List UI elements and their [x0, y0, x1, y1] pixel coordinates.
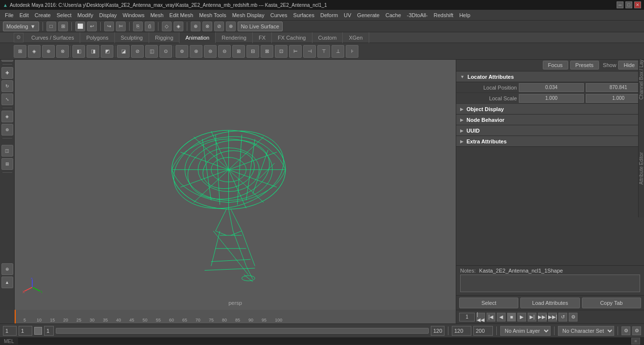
shelf-icon-6[interactable]: ◩: [101, 45, 113, 58]
menu-item-curves[interactable]: Curves: [267, 11, 290, 19]
total-end2[interactable]: [473, 326, 493, 336]
toolbar-btn-5[interactable]: ✄: [116, 22, 126, 31]
menu-item-edit-mesh[interactable]: Edit Mesh: [166, 11, 196, 19]
load-attributes-button[interactable]: Load Attributes: [520, 298, 579, 308]
menu-item---dtoall-[interactable]: -3DtoAll-: [404, 11, 431, 19]
magnet-tool-button[interactable]: ⊕: [1, 124, 13, 136]
next-frame-btn[interactable]: ▶|: [528, 313, 536, 322]
menu-item-uv[interactable]: UV: [341, 11, 354, 19]
menu-item-edit[interactable]: Edit: [17, 11, 32, 19]
menu-item-surfaces[interactable]: Surfaces: [290, 11, 317, 19]
shelf-icon-14[interactable]: ⊝: [218, 45, 231, 58]
char-set-dropdown[interactable]: No Character Set: [558, 326, 614, 336]
grid-tool-button[interactable]: ⊞: [1, 158, 13, 170]
shelf-icon-12[interactable]: ⊛: [190, 45, 202, 58]
shelf-icon-16[interactable]: ⊟: [246, 45, 259, 58]
shelf-icon-8[interactable]: ⊘: [131, 45, 144, 58]
extra-attrs-section[interactable]: ▶ Extra Attributes: [456, 136, 644, 147]
locator-attrs-section[interactable]: ▼ Locator Attributes: [456, 71, 644, 82]
shelf-icon-22[interactable]: ⊥: [332, 45, 344, 58]
shelf-icon-4[interactable]: ◧: [72, 45, 85, 58]
menu-item-file[interactable]: File: [2, 11, 17, 19]
menu-item-mesh[interactable]: Mesh: [147, 11, 166, 19]
object-display-section[interactable]: ▶ Object Display: [456, 104, 644, 115]
local-pos-x[interactable]: [519, 83, 584, 92]
copy-tab-button[interactable]: Copy Tab: [582, 298, 641, 308]
ae-side-label[interactable]: Attribute Editor: [638, 119, 644, 217]
rotate-tool-button[interactable]: ↻: [1, 80, 13, 92]
toolbar-btn-7[interactable]: ⎙: [145, 22, 155, 31]
focus-button[interactable]: Focus: [543, 61, 568, 69]
tool9[interactable]: ⊕: [1, 263, 13, 275]
shelf-tab-custom[interactable]: Custom: [312, 32, 343, 43]
range-end[interactable]: [431, 326, 444, 336]
shelf-icon-18[interactable]: ⊡: [275, 45, 288, 58]
shelf-icon-3[interactable]: ⊗: [56, 45, 69, 58]
anim-settings-btn[interactable]: ⚙: [622, 326, 630, 335]
minimize-button[interactable]: ─: [617, 1, 623, 8]
viewport-canvas[interactable]: Y X Z persp: [15, 43, 456, 310]
mel-script-btn[interactable]: ≡: [631, 338, 640, 345]
timeline-ruler[interactable]: 5 10 15 20 25 30 35 40 45 50 55 60 65 70…: [15, 310, 456, 323]
shelf-icon-17[interactable]: ⊠: [261, 45, 273, 58]
close-button[interactable]: ✕: [634, 1, 641, 8]
anim-layer-dropdown[interactable]: No Anim Layer: [500, 326, 551, 336]
menu-item-windows[interactable]: Windows: [120, 11, 148, 19]
current-frame-field[interactable]: [459, 313, 475, 322]
shelf-tab-animation[interactable]: Animation: [179, 32, 216, 43]
shelf-settings-btn[interactable]: ⚙: [14, 33, 23, 43]
menu-item-deform[interactable]: Deform: [317, 11, 341, 19]
toolbar-btn-6[interactable]: ⎘: [133, 22, 143, 31]
presets-button[interactable]: Presets: [570, 61, 599, 69]
snap-tool-button[interactable]: ◈: [1, 111, 13, 122]
char-settings-btn[interactable]: ⚙: [632, 326, 641, 335]
shelf-icon-5[interactable]: ◨: [87, 45, 99, 58]
workspace-dropdown[interactable]: Modeling▼: [3, 22, 39, 31]
camera-tool-button[interactable]: ◫: [1, 145, 13, 157]
shelf-tab-rendering[interactable]: Rendering: [216, 32, 253, 43]
shelf-icon-2[interactable]: ⊕: [42, 45, 55, 58]
node-behavior-section[interactable]: ▶ Node Behavior: [456, 115, 644, 125]
select-button[interactable]: Select: [459, 298, 518, 308]
shelf-icon-15[interactable]: ⊞: [232, 45, 245, 58]
total-end1[interactable]: [452, 326, 471, 336]
shelf-tab-xgen[interactable]: XGen: [343, 32, 369, 43]
uuid-section[interactable]: ▶ UUID: [456, 125, 644, 136]
toolbar-btn-12[interactable]: ⊘: [214, 22, 224, 31]
notes-textarea[interactable]: [460, 275, 640, 292]
shelf-icon-7[interactable]: ◪: [117, 45, 130, 58]
shelf-icon-13[interactable]: ⊜: [204, 45, 217, 58]
frame-slider-handle[interactable]: [34, 327, 42, 335]
shelf-tab-sculpting[interactable]: Sculpting: [115, 32, 149, 43]
prev-frame-btn[interactable]: ◀: [497, 313, 506, 322]
scale-tool-button[interactable]: ⤡: [1, 93, 13, 105]
frame-range-slider[interactable]: [56, 328, 429, 334]
loop-btn[interactable]: ↺: [558, 313, 567, 322]
play-start-btn[interactable]: |◀◀: [476, 313, 485, 322]
shelf-icon-0[interactable]: ⊞: [14, 45, 26, 58]
toolbar-btn-2[interactable]: ⬜: [75, 22, 85, 31]
shelf-icon-9[interactable]: ◫: [145, 45, 158, 58]
menu-item-mesh-tools[interactable]: Mesh Tools: [196, 11, 229, 19]
menu-item-display[interactable]: Display: [96, 11, 120, 19]
move-tool-button[interactable]: ✚: [1, 67, 13, 79]
menu-item-cache[interactable]: Cache: [382, 11, 404, 19]
toolbar-btn-10[interactable]: ⊕: [191, 22, 200, 31]
toolbar-btn-13[interactable]: ⊕: [226, 22, 236, 31]
shelf-icon-10[interactable]: ⊙: [159, 45, 172, 58]
prev-key-btn[interactable]: |◀: [487, 313, 495, 322]
shelf-icon-1[interactable]: ◈: [28, 45, 41, 58]
shelf-tab-curves---surfaces[interactable]: Curves / Surfaces: [25, 32, 80, 43]
mel-input[interactable]: [18, 338, 631, 345]
play-btn[interactable]: ▶: [517, 313, 526, 322]
hide-button[interactable]: Hide: [618, 61, 640, 69]
tool10[interactable]: ▲: [1, 276, 13, 288]
range-val[interactable]: [44, 326, 54, 336]
menu-item-modify[interactable]: Modify: [74, 11, 96, 19]
shelf-icon-21[interactable]: ⊤: [317, 45, 330, 58]
toolbar-btn-0[interactable]: □: [46, 22, 56, 31]
toolbar-btn-4[interactable]: ↪: [104, 22, 114, 31]
toolbar-btn-3[interactable]: ↩: [87, 22, 97, 31]
shelf-tab-fx[interactable]: FX: [253, 32, 272, 43]
local-pos-y[interactable]: [586, 83, 644, 92]
